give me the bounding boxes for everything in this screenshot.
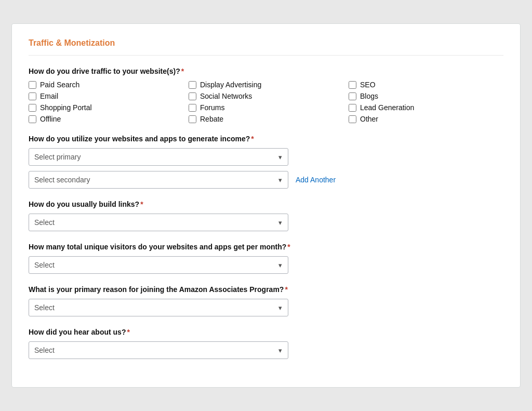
checkbox-label-rebate: Rebate	[200, 115, 223, 123]
secondary-dropdown-row: Select secondary Add Another	[29, 171, 503, 189]
checkbox-item-paid-search[interactable]: Paid Search	[29, 81, 183, 89]
links-select-wrapper: Select	[29, 214, 288, 231]
checkbox-forums[interactable]	[189, 104, 196, 112]
primary-dropdown-row: Select primary	[29, 148, 503, 166]
checkbox-item-offline[interactable]: Offline	[29, 115, 183, 123]
reason-question-label: What is your primary reason for joining …	[29, 285, 503, 294]
visitors-select[interactable]: Select	[29, 256, 288, 274]
checkbox-item-forums[interactable]: Forums	[189, 103, 343, 112]
hear-question-label: How did you hear about us?*	[29, 328, 503, 336]
hear-select[interactable]: Select	[29, 341, 288, 359]
traffic-checkbox-grid: Paid Search Display Advertising SEO Emai…	[29, 81, 503, 123]
reason-select-wrapper: Select	[29, 299, 288, 316]
checkbox-label-paid-search: Paid Search	[40, 81, 79, 89]
checkbox-item-shopping-portal[interactable]: Shopping Portal	[29, 103, 183, 112]
checkbox-email[interactable]	[29, 92, 36, 100]
checkbox-label-blogs: Blogs	[360, 92, 378, 100]
checkbox-label-shopping-portal: Shopping Portal	[40, 103, 92, 112]
reason-select[interactable]: Select	[29, 299, 288, 316]
add-another-link[interactable]: Add Another	[296, 176, 336, 184]
checkbox-offline[interactable]	[29, 115, 36, 123]
checkbox-item-social-networks[interactable]: Social Networks	[189, 92, 343, 100]
income-question-label: How do you utilize your websites and app…	[29, 135, 503, 143]
checkbox-lead-generation[interactable]	[349, 104, 356, 112]
income-question-block: How do you utilize your websites and app…	[29, 135, 503, 189]
visitors-select-wrapper: Select	[29, 256, 288, 274]
checkbox-label-offline: Offline	[40, 115, 61, 123]
checkbox-item-blogs[interactable]: Blogs	[349, 92, 503, 100]
section-title: Traffic & Monetization	[29, 38, 503, 56]
checkbox-item-other[interactable]: Other	[349, 115, 503, 123]
checkbox-label-seo: SEO	[360, 81, 376, 89]
traffic-monetization-card: Traffic & Monetization How do you drive …	[11, 23, 521, 388]
primary-select[interactable]: Select primary	[29, 148, 288, 166]
links-question-block: How do you usually build links?* Select	[29, 200, 503, 231]
checkbox-paid-search[interactable]	[29, 81, 36, 89]
checkbox-rebate[interactable]	[189, 115, 196, 123]
secondary-select-wrapper: Select secondary	[29, 171, 288, 189]
hear-question-block: How did you hear about us?* Select	[29, 328, 503, 359]
visitors-question-label: How many total unique visitors do your w…	[29, 243, 503, 251]
links-question-label: How do you usually build links?*	[29, 200, 503, 208]
secondary-select[interactable]: Select secondary	[29, 171, 288, 189]
checkbox-item-display-advertising[interactable]: Display Advertising	[189, 81, 343, 89]
checkbox-item-rebate[interactable]: Rebate	[189, 115, 343, 123]
visitors-question-block: How many total unique visitors do your w…	[29, 243, 503, 274]
checkbox-label-email: Email	[40, 92, 58, 100]
checkbox-label-display-advertising: Display Advertising	[200, 81, 261, 89]
checkbox-label-other: Other	[360, 115, 378, 123]
checkbox-shopping-portal[interactable]	[29, 104, 36, 112]
checkbox-social-networks[interactable]	[189, 92, 196, 100]
checkbox-display-advertising[interactable]	[189, 81, 196, 89]
primary-select-wrapper: Select primary	[29, 148, 288, 166]
links-select[interactable]: Select	[29, 214, 288, 231]
checkbox-other[interactable]	[349, 115, 356, 123]
checkbox-item-seo[interactable]: SEO	[349, 81, 503, 89]
checkbox-blogs[interactable]	[349, 92, 356, 100]
traffic-question-label: How do you drive traffic to your website…	[29, 67, 503, 75]
checkbox-seo[interactable]	[349, 81, 356, 89]
checkbox-item-lead-generation[interactable]: Lead Generation	[349, 103, 503, 112]
checkbox-label-social-networks: Social Networks	[200, 92, 252, 100]
traffic-question-block: How do you drive traffic to your website…	[29, 67, 503, 123]
checkbox-item-email[interactable]: Email	[29, 92, 183, 100]
checkbox-label-lead-generation: Lead Generation	[360, 103, 414, 112]
reason-question-block: What is your primary reason for joining …	[29, 285, 503, 316]
hear-select-wrapper: Select	[29, 341, 288, 359]
checkbox-label-forums: Forums	[200, 103, 224, 112]
